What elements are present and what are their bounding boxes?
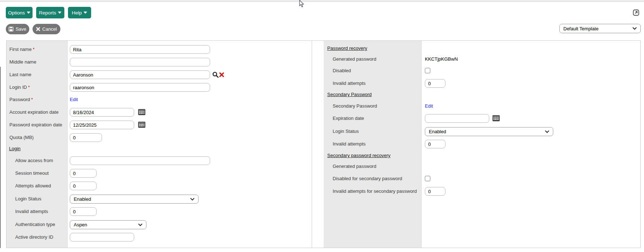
attempts-allowed-label: Attempts allowed [15, 183, 51, 188]
save-button-label: Save [16, 26, 26, 32]
open-new-window-icon[interactable] [633, 9, 639, 16]
secondary-password-heading: Secondary Password [327, 92, 372, 97]
cancel-x-icon [36, 27, 40, 31]
secondary-expiration-date-input[interactable] [425, 114, 489, 123]
left-edge-line [0, 67, 1, 248]
help-menu-button[interactable]: Help [68, 7, 91, 18]
generated-password-value: KKCTjpKGBwN [425, 56, 458, 62]
secondary-password-edit-link[interactable]: Edit [425, 103, 433, 109]
cancel-button-label: Cancel [42, 26, 57, 32]
chevron-down-icon [58, 12, 61, 14]
chevron-down-icon [632, 27, 637, 30]
first-name-input[interactable] [70, 45, 210, 54]
active-directory-id-label: Active directory ID [15, 234, 53, 240]
password-expiration-input[interactable] [70, 121, 134, 129]
secondary-invalid-attempts-input[interactable] [425, 140, 445, 148]
session-timeout-input[interactable] [70, 169, 97, 178]
session-timeout-label: Session timeout [15, 170, 49, 176]
calendar-icon[interactable] [138, 122, 145, 128]
login-section-heading: Login [9, 146, 21, 151]
mouse-cursor [299, 0, 304, 8]
account-expiration-label: Account expiration date [9, 109, 59, 115]
help-menu-label: Help [72, 10, 82, 16]
chevron-down-icon [84, 12, 87, 14]
save-floppy-icon [9, 27, 13, 31]
login-id-label: Login ID* [9, 84, 30, 90]
secondary-invalid-attempts-label: Invalid attempts [333, 141, 366, 147]
login-status-select[interactable]: Enabled [70, 195, 199, 204]
secondary-password-recovery-heading: Secondary password recovery [327, 153, 391, 158]
invalid-attempts-label: Invalid attempts [15, 209, 48, 214]
account-expiration-input[interactable] [70, 108, 134, 117]
recovery-invalid-attempts-input[interactable] [425, 79, 445, 88]
chevron-down-icon [190, 198, 195, 201]
save-button[interactable]: Save [6, 24, 29, 34]
invalid-attempts-input[interactable] [70, 207, 97, 216]
quota-input[interactable] [70, 133, 102, 142]
disabled-secondary-checkbox[interactable] [425, 176, 430, 181]
invalid-attempts-secondary-label: Invalid attempts for secondary password [333, 188, 417, 194]
recovery-invalid-attempts-label: Invalid attempts [333, 81, 366, 86]
required-asterisk: * [28, 84, 30, 90]
authentication-type-label: Authentication type [15, 222, 55, 227]
last-name-input[interactable] [70, 70, 210, 79]
recovery-disabled-checkbox[interactable] [425, 68, 430, 73]
user-account-page: Options Reports Help Save Cancel Default… [0, 0, 644, 252]
allow-access-from-label: Allow access from [15, 158, 53, 163]
authentication-type-select[interactable]: Aspen [70, 220, 146, 229]
clear-x-icon[interactable] [219, 72, 224, 77]
secondary-expiration-date-label: Expiration date [333, 116, 364, 121]
options-menu-button[interactable]: Options [6, 7, 33, 18]
chevron-down-icon [27, 12, 30, 14]
password-expiration-label: Password expiration date [9, 122, 62, 127]
password-edit-link[interactable]: Edit [70, 97, 78, 102]
middle-name-input[interactable] [70, 58, 210, 66]
chevron-down-icon [138, 223, 142, 226]
disabled-secondary-label: Disabled for secondary password [333, 176, 402, 181]
login-status-label: Login Status [15, 196, 41, 201]
options-menu-label: Options [8, 10, 25, 16]
login-status-value: Enabled [74, 196, 91, 202]
allow-access-from-input[interactable] [70, 156, 210, 165]
active-directory-id-input[interactable] [70, 233, 134, 242]
password-label: Password* [9, 97, 33, 102]
template-selector[interactable]: Default Template [559, 24, 641, 33]
secondary-login-status-label: Login Status [333, 129, 359, 134]
invalid-attempts-secondary-input[interactable] [425, 187, 445, 196]
calendar-icon[interactable] [138, 109, 145, 115]
secondary-login-status-select[interactable]: Enabled [425, 127, 553, 136]
secondary-password-label: Secondary Password [333, 103, 377, 109]
secondary-generated-password-label: Generated password [333, 164, 376, 169]
template-selector-value: Default Template [563, 26, 598, 31]
cancel-button[interactable]: Cancel [33, 24, 60, 34]
quota-label: Quota (MB) [9, 135, 34, 140]
column-divider [312, 40, 312, 248]
top-strip [0, 0, 644, 2]
login-id-input[interactable] [70, 83, 210, 92]
password-recovery-heading: Password recovery [327, 45, 367, 51]
search-icon[interactable] [212, 71, 219, 78]
reports-menu-button[interactable]: Reports [36, 7, 64, 18]
attempts-allowed-input[interactable] [70, 182, 97, 190]
calendar-icon[interactable] [492, 115, 500, 121]
secondary-login-status-value: Enabled [429, 129, 446, 134]
last-name-label: Last name [9, 72, 31, 77]
generated-password-label: Generated password [333, 56, 376, 62]
chevron-down-icon [545, 130, 549, 133]
first-name-label: First name* [9, 47, 34, 52]
recovery-disabled-label: Disabled [333, 68, 351, 73]
reports-menu-label: Reports [39, 10, 56, 16]
middle-name-label: Middle name [9, 59, 36, 65]
authentication-type-value: Aspen [74, 222, 87, 227]
required-asterisk: * [33, 47, 34, 52]
required-asterisk: * [31, 97, 33, 102]
